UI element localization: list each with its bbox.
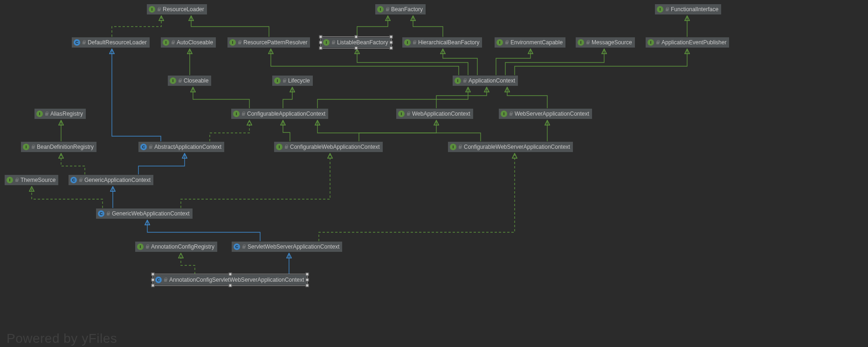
- lock-icon: [164, 278, 167, 282]
- lock-icon: [241, 111, 245, 116]
- lock-icon: [82, 40, 86, 45]
- class-icon: C: [140, 144, 147, 150]
- node-AnnotationConfigRegistry[interactable]: IAnnotationConfigRegistry: [135, 241, 218, 252]
- edge-GenericApplicationContext-to-BeanDefinitionRegistry: [61, 153, 85, 174]
- selection-handle[interactable]: [228, 284, 232, 287]
- interface-icon: I: [229, 39, 236, 46]
- selection-handle[interactable]: [390, 47, 393, 50]
- edge-WebApplicationContext-to-ApplicationContext: [436, 87, 487, 108]
- node-label: ConfigurableWebApplicationContext: [290, 144, 380, 150]
- selection-handle[interactable]: [152, 273, 155, 276]
- lock-icon: [79, 178, 83, 182]
- edge-GenericWebApplicationContext-to-ThemeSource: [32, 187, 103, 208]
- interface-icon: I: [648, 39, 654, 46]
- node-label: DefaultResourceLoader: [88, 39, 147, 46]
- selection-handle[interactable]: [306, 273, 309, 276]
- node-AbstractApplicationContext[interactable]: CAbstractApplicationContext: [138, 141, 225, 153]
- node-label: AnnotationConfigRegistry: [151, 243, 214, 250]
- interface-icon: I: [501, 111, 507, 117]
- edge-ConfigurableApplicationContext-to-Lifecycle: [283, 87, 292, 108]
- interface-icon: I: [323, 39, 330, 46]
- lock-icon: [413, 40, 416, 45]
- node-WebServerApplicationContext[interactable]: IWebServerApplicationContext: [498, 108, 592, 119]
- lock-icon: [665, 7, 669, 12]
- node-HierarchicalBeanFactory[interactable]: IHierarchicalBeanFactory: [402, 37, 482, 48]
- selection-handle[interactable]: [354, 35, 358, 39]
- diagram-canvas[interactable]: Powered by yFiles IResourceLoaderIBeanFa…: [0, 0, 868, 347]
- lock-icon: [458, 145, 462, 149]
- edge-ApplicationContext-to-ApplicationEventPublisher: [515, 49, 687, 75]
- node-GenericWebApplicationContext[interactable]: CGenericWebApplicationContext: [96, 208, 193, 219]
- selection-handle[interactable]: [306, 284, 309, 287]
- node-label: BeanFactory: [391, 6, 423, 13]
- selection-handle[interactable]: [354, 47, 358, 50]
- lock-icon: [171, 40, 175, 45]
- interface-icon: I: [137, 243, 144, 250]
- edge-ApplicationContext-to-HierarchicalBeanFactory: [443, 49, 477, 75]
- class-icon: C: [155, 277, 162, 283]
- node-ConfigurableApplicationContext[interactable]: IConfigurableApplicationContext: [231, 108, 329, 119]
- node-BeanFactory[interactable]: IBeanFactory: [375, 4, 426, 15]
- node-label: ResourcePatternResolver: [243, 39, 307, 46]
- watermark: Powered by yFiles: [7, 331, 117, 346]
- edge-ApplicationContext-to-ResourcePatternResolver: [271, 49, 459, 75]
- node-label: GenericApplicationContext: [84, 177, 151, 183]
- edge-ApplicationContext-to-MessageSource: [505, 49, 604, 75]
- selection-handle[interactable]: [152, 278, 155, 282]
- interface-icon: I: [233, 111, 240, 117]
- selection-handle[interactable]: [319, 35, 323, 39]
- selection-handle[interactable]: [152, 284, 155, 287]
- node-ServletWebServerApplicationContext[interactable]: CServletWebServerApplicationContext: [231, 241, 343, 252]
- edge-ResourcePatternResolver-to-ResourceLoader: [191, 16, 269, 37]
- selection-handle[interactable]: [306, 278, 309, 282]
- selection-handle[interactable]: [228, 273, 232, 276]
- node-ApplicationEventPublisher[interactable]: IApplicationEventPublisher: [645, 37, 730, 48]
- node-Closeable[interactable]: ICloseable: [167, 75, 212, 86]
- edge-ConfigurableWebApplicationContext-to-WebApplicationContext: [359, 120, 436, 141]
- interface-icon: I: [377, 6, 384, 13]
- interface-icon: I: [274, 77, 281, 84]
- node-label: ConfigurableApplicationContext: [247, 111, 325, 117]
- node-ConfigurableWebServerApplicationContext[interactable]: IConfigurableWebServerApplicationContext: [448, 141, 573, 153]
- interface-icon: I: [23, 144, 29, 150]
- node-EnvironmentCapable[interactable]: IEnvironmentCapable: [494, 37, 566, 48]
- node-label: MessageSource: [592, 39, 632, 46]
- edge-ConfigurableApplicationContext-to-ApplicationContext: [317, 87, 468, 108]
- lock-icon: [509, 111, 513, 116]
- node-GenericApplicationContext[interactable]: CGenericApplicationContext: [68, 174, 154, 186]
- node-label: Lifecycle: [288, 77, 310, 84]
- lock-icon: [106, 211, 110, 216]
- interface-icon: I: [657, 6, 663, 13]
- edges-layer: [0, 0, 868, 347]
- lock-icon: [505, 40, 509, 45]
- node-ConfigurableWebApplicationContext[interactable]: IConfigurableWebApplicationContext: [274, 141, 383, 153]
- node-FunctionalInterface[interactable]: IFunctionalInterface: [654, 4, 722, 15]
- node-Lifecycle[interactable]: ILifecycle: [272, 75, 313, 86]
- node-WebApplicationContext[interactable]: IWebApplicationContext: [396, 108, 474, 119]
- edge-GenericWebApplicationContext-to-ConfigurableWebApplicationContext: [181, 153, 330, 208]
- selection-handle[interactable]: [319, 41, 323, 44]
- selection-handle[interactable]: [390, 35, 393, 39]
- node-AliasRegistry[interactable]: IAliasRegistry: [34, 108, 86, 119]
- lock-icon: [656, 40, 660, 45]
- lock-icon: [145, 244, 149, 249]
- edge-GenericApplicationContext-to-AbstractApplicationContext: [138, 153, 185, 174]
- node-ResourceLoader[interactable]: IResourceLoader: [146, 4, 207, 15]
- node-MessageSource[interactable]: IMessageSource: [575, 37, 635, 48]
- interface-icon: I: [276, 144, 282, 150]
- node-label: WebApplicationContext: [412, 111, 470, 117]
- selection-handle[interactable]: [390, 41, 393, 44]
- node-ApplicationContext[interactable]: IApplicationContext: [452, 75, 518, 86]
- node-ThemeSource[interactable]: IThemeSource: [4, 174, 59, 186]
- node-label: HierarchicalBeanFactory: [418, 39, 479, 46]
- interface-icon: I: [450, 144, 456, 150]
- node-AutoCloseable[interactable]: IAutoCloseable: [160, 37, 216, 48]
- selection-handle[interactable]: [319, 47, 323, 50]
- node-BeanDefinitionRegistry[interactable]: IBeanDefinitionRegistry: [21, 141, 97, 153]
- interface-icon: I: [455, 77, 461, 84]
- node-DefaultResourceLoader[interactable]: CDefaultResourceLoader: [71, 37, 150, 48]
- lock-icon: [178, 78, 182, 83]
- node-ResourcePatternResolver[interactable]: IResourcePatternResolver: [227, 37, 310, 48]
- edge-ConfigurableWebApplicationContext-to-ConfigurableApplicationContext: [283, 120, 290, 141]
- interface-icon: I: [398, 111, 405, 117]
